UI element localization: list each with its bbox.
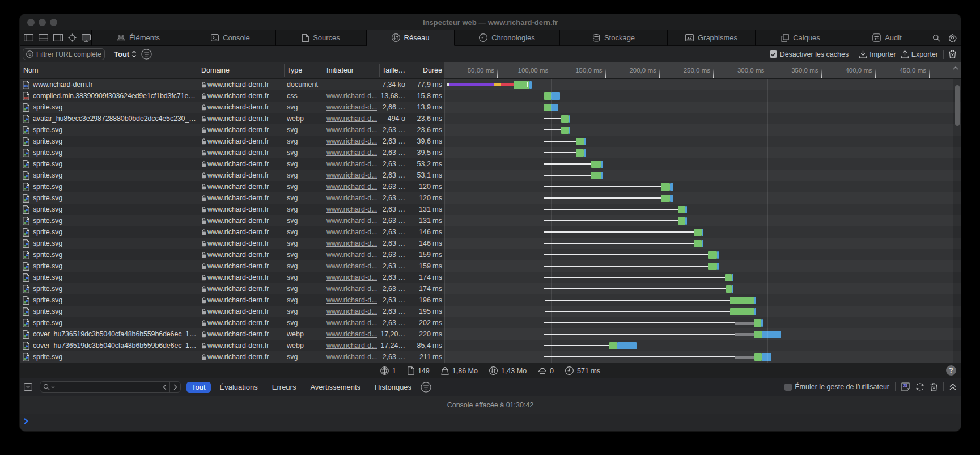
- request-duration: 196 ms: [396, 294, 442, 306]
- request-duration: 23,6 ms: [396, 113, 442, 124]
- clear-console-button[interactable]: [930, 383, 937, 391]
- table-row[interactable]: sprite.svg www.richard-dern.fr svg www.r…: [20, 136, 961, 147]
- console-scope-icon[interactable]: [24, 383, 32, 391]
- console-search-input[interactable]: [40, 382, 159, 392]
- url-filter-input[interactable]: Filtrer l’URL complète: [23, 48, 105, 60]
- tab-audit[interactable]: Audit: [846, 30, 928, 46]
- waterfall-cell: [445, 306, 953, 317]
- import-button[interactable]: Importer: [859, 50, 896, 58]
- table-row[interactable]: sprite.svg www.richard-dern.fr svg www.r…: [20, 317, 961, 328]
- tab-layers[interactable]: Calques: [756, 30, 846, 46]
- tab-storage[interactable]: Stockage: [560, 30, 668, 46]
- column-separator[interactable]: [284, 64, 285, 77]
- request-domain: www.richard-dern.fr: [207, 181, 282, 192]
- waterfall-segment-resp: [617, 342, 637, 349]
- column-separator[interactable]: [408, 64, 408, 77]
- table-row[interactable]: sprite.svg www.richard-dern.fr svg www.r…: [20, 192, 961, 204]
- console-scope-avertissements[interactable]: Avertissements: [305, 382, 366, 393]
- console-scope-tout[interactable]: Tout: [186, 382, 211, 393]
- search-tab[interactable]: [928, 30, 944, 46]
- collapse-console-button[interactable]: [949, 384, 956, 390]
- console-prompt[interactable]: [20, 414, 961, 431]
- table-row[interactable]: sprite.svg www.richard-dern.fr svg www.r…: [20, 272, 961, 283]
- column-separator[interactable]: [198, 64, 198, 77]
- url-filter-placeholder: Filtrer l’URL complète: [36, 50, 101, 58]
- table-row[interactable]: sprite.svg www.richard-dern.fr svg www.r…: [20, 226, 961, 238]
- export-button[interactable]: Exporter: [901, 50, 938, 58]
- chevron-up-icon[interactable]: [953, 66, 958, 70]
- resource-type-popup[interactable]: Tout: [114, 48, 137, 60]
- emulate-user-gesture-checkbox[interactable]: [784, 384, 792, 391]
- table-row[interactable]: sprite.svg www.richard-dern.fr svg www.r…: [20, 124, 961, 136]
- table-row[interactable]: sprite.svg www.richard-dern.fr svg www.r…: [20, 102, 961, 113]
- table-row[interactable]: sprite.svg www.richard-dern.fr svg www.r…: [20, 260, 961, 272]
- show-console-snippets-button[interactable]: JS: [901, 382, 910, 391]
- table-row[interactable]: avatar_hu85ecc3e298728880b0bde2dcc4e5c23…: [20, 113, 961, 124]
- dock-side-left-icon[interactable]: [24, 34, 33, 41]
- request-duration: 77,9 ms: [396, 79, 442, 90]
- globe-icon: [380, 366, 389, 375]
- console-scope-evaluations[interactable]: Évaluations: [215, 382, 263, 393]
- table-row[interactable]: css compiled.min.38390909f303624ed9e1cf1…: [20, 90, 961, 102]
- reload-console-button[interactable]: [915, 382, 924, 391]
- tab-graphics[interactable]: Graphismes: [668, 30, 756, 46]
- table-row[interactable]: sprite.svg www.richard-dern.fr svg www.r…: [20, 249, 961, 260]
- request-name: sprite.svg: [33, 136, 197, 147]
- clear-network-items-button[interactable]: [949, 50, 956, 58]
- dock-side-right-icon[interactable]: [53, 34, 63, 41]
- settings-tab[interactable]: [944, 30, 961, 46]
- request-name: avatar_hu85ecc3e298728880b0bde2dcc4e5c23…: [33, 113, 197, 124]
- table-row[interactable]: cover_hu736519dc3b5040cfa48b6b559b6de6ec…: [20, 340, 961, 351]
- tab-timelines[interactable]: Chronologies: [455, 30, 560, 46]
- table-row[interactable]: sprite.svg www.richard-dern.fr svg www.r…: [20, 158, 961, 170]
- table-row[interactable]: sprite.svg www.richard-dern.fr svg www.r…: [20, 283, 961, 294]
- column-separator[interactable]: [324, 64, 324, 77]
- table-row[interactable]: sprite.svg www.richard-dern.fr svg www.r…: [20, 181, 961, 192]
- table-row[interactable]: <> www.richard-dern.fr www.richard-dern.…: [20, 79, 961, 90]
- vertical-scrollbar[interactable]: [953, 79, 961, 363]
- dock-bottom-icon[interactable]: [39, 34, 48, 41]
- find-next-button[interactable]: [169, 382, 180, 392]
- console-filter-button[interactable]: [421, 382, 431, 393]
- timeline-tick: [821, 69, 822, 78]
- column-header-domain[interactable]: Domaine: [201, 62, 230, 78]
- column-header-name[interactable]: Nom: [23, 62, 38, 78]
- window-title: Inspecteur web — www.richard-dern.fr: [20, 14, 961, 30]
- column-separator[interactable]: [379, 64, 380, 77]
- tab-elements[interactable]: Éléments: [92, 30, 185, 46]
- column-header-duration[interactable]: Durée: [396, 62, 442, 78]
- disable-caches-checkbox[interactable]: [770, 50, 777, 58]
- timeline-header: 50,00 ms100,00 ms150,0 ms200,0 ms250,0 m…: [444, 62, 961, 78]
- table-row[interactable]: sprite.svg www.richard-dern.fr svg www.r…: [20, 306, 961, 317]
- element-picker-icon[interactable]: [68, 33, 77, 42]
- waterfall-segment-resp: [685, 217, 687, 225]
- status-summary: 11491,86 Mo1,43 Mo0571 ms: [20, 363, 961, 378]
- device-settings-icon[interactable]: [82, 34, 91, 42]
- waterfall-segment-req: [678, 217, 685, 225]
- table-row[interactable]: cover_hu736519dc3b5040cfa48b6b559b6de6ec…: [20, 328, 961, 340]
- column-header-type[interactable]: Type: [287, 62, 302, 78]
- table-row[interactable]: sprite.svg www.richard-dern.fr svg www.r…: [20, 294, 961, 306]
- network-filter-button[interactable]: [141, 49, 152, 60]
- table-row[interactable]: sprite.svg www.richard-dern.fr svg www.r…: [20, 215, 961, 226]
- tab-sources[interactable]: Sources: [276, 30, 367, 46]
- disable-caches-toggle[interactable]: Désactiver les caches: [770, 50, 849, 58]
- console-scope-erreurs[interactable]: Erreurs: [267, 382, 302, 393]
- tab-network[interactable]: Réseau: [367, 30, 455, 46]
- table-row[interactable]: sprite.svg www.richard-dern.fr svg www.r…: [20, 204, 961, 215]
- waterfall-cell: [445, 351, 953, 363]
- table-row[interactable]: sprite.svg www.richard-dern.fr svg www.r…: [20, 147, 961, 158]
- timeline-tick: [551, 69, 551, 78]
- tab-console[interactable]: Console: [185, 30, 276, 46]
- column-header-initiator[interactable]: Initiateur: [326, 62, 354, 78]
- scrollbar-thumb[interactable]: [955, 85, 960, 126]
- table-row[interactable]: sprite.svg www.richard-dern.fr svg www.r…: [20, 238, 961, 249]
- find-previous-button[interactable]: [159, 382, 169, 392]
- table-row[interactable]: sprite.svg www.richard-dern.fr svg www.r…: [20, 351, 961, 363]
- emulate-user-gesture-toggle[interactable]: Émuler le geste de l’utilisateur: [784, 383, 889, 391]
- waterfall-segment-req: [708, 263, 717, 270]
- table-row[interactable]: sprite.svg www.richard-dern.fr svg www.r…: [20, 170, 961, 181]
- console-scope-historiques[interactable]: Historiques: [370, 382, 417, 393]
- help-button[interactable]: ?: [946, 365, 956, 376]
- request-domain: www.richard-dern.fr: [207, 147, 282, 158]
